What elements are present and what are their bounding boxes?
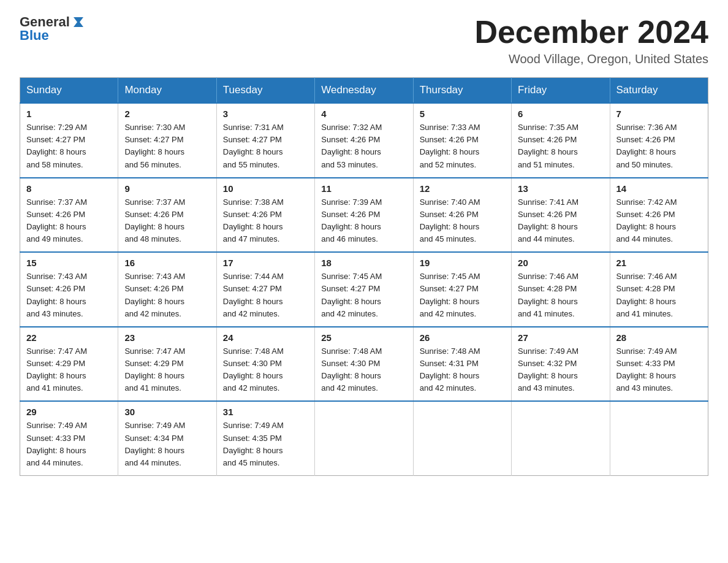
day-number: 18 — [321, 258, 406, 268]
day-number: 19 — [420, 258, 505, 268]
day-of-week-header: Tuesday — [216, 78, 314, 104]
day-number: 7 — [616, 109, 702, 119]
calendar-day-cell: 2 Sunrise: 7:30 AM Sunset: 4:27 PM Dayli… — [118, 103, 216, 178]
day-number: 16 — [124, 258, 210, 268]
day-number: 30 — [124, 407, 210, 417]
day-info: Sunrise: 7:39 AM Sunset: 4:26 PM Dayligh… — [321, 196, 406, 246]
day-info: Sunrise: 7:35 AM Sunset: 4:26 PM Dayligh… — [518, 121, 603, 171]
calendar-day-cell: 28 Sunrise: 7:49 AM Sunset: 4:33 PM Dayl… — [610, 327, 708, 402]
calendar-day-cell: 9 Sunrise: 7:37 AM Sunset: 4:26 PM Dayli… — [118, 178, 216, 253]
day-number: 8 — [26, 183, 112, 194]
calendar-day-cell: 12 Sunrise: 7:40 AM Sunset: 4:26 PM Dayl… — [413, 178, 511, 253]
day-info: Sunrise: 7:29 AM Sunset: 4:27 PM Dayligh… — [26, 121, 112, 171]
day-info: Sunrise: 7:48 AM Sunset: 4:31 PM Dayligh… — [420, 345, 505, 395]
day-of-week-header: Saturday — [610, 78, 708, 104]
calendar-day-cell — [315, 401, 413, 475]
day-number: 2 — [124, 109, 210, 119]
title-area: December 2024 Wood Village, Oregon, Unit… — [474, 15, 708, 66]
day-info: Sunrise: 7:33 AM Sunset: 4:26 PM Dayligh… — [420, 121, 505, 171]
day-number: 24 — [223, 332, 308, 343]
day-number: 12 — [420, 183, 505, 194]
day-number: 17 — [223, 258, 308, 268]
calendar-week-row: 8 Sunrise: 7:37 AM Sunset: 4:26 PM Dayli… — [20, 178, 708, 253]
day-number: 27 — [518, 332, 603, 343]
day-number: 21 — [616, 258, 702, 268]
day-number: 23 — [124, 332, 210, 343]
day-number: 29 — [26, 407, 112, 417]
day-info: Sunrise: 7:40 AM Sunset: 4:26 PM Dayligh… — [420, 196, 505, 246]
day-of-week-header: Friday — [512, 78, 610, 104]
calendar-day-cell: 29 Sunrise: 7:49 AM Sunset: 4:33 PM Dayl… — [20, 401, 118, 475]
day-info: Sunrise: 7:37 AM Sunset: 4:26 PM Dayligh… — [26, 196, 112, 246]
calendar-day-cell: 15 Sunrise: 7:43 AM Sunset: 4:26 PM Dayl… — [20, 252, 118, 327]
day-of-week-header: Thursday — [413, 78, 511, 104]
calendar-day-cell: 23 Sunrise: 7:47 AM Sunset: 4:29 PM Dayl… — [118, 327, 216, 402]
day-number: 1 — [26, 109, 112, 119]
day-number: 13 — [518, 183, 603, 194]
calendar-day-cell: 1 Sunrise: 7:29 AM Sunset: 4:27 PM Dayli… — [20, 103, 118, 178]
calendar-day-cell: 8 Sunrise: 7:37 AM Sunset: 4:26 PM Dayli… — [20, 178, 118, 253]
page-header: General Blue December 2024 Wood Village,… — [20, 15, 708, 66]
calendar-week-row: 29 Sunrise: 7:49 AM Sunset: 4:33 PM Dayl… — [20, 401, 708, 475]
calendar-day-cell: 17 Sunrise: 7:44 AM Sunset: 4:27 PM Dayl… — [216, 252, 314, 327]
day-of-week-header: Wednesday — [315, 78, 413, 104]
day-number: 28 — [616, 332, 702, 343]
day-info: Sunrise: 7:46 AM Sunset: 4:28 PM Dayligh… — [518, 270, 603, 320]
day-info: Sunrise: 7:31 AM Sunset: 4:27 PM Dayligh… — [223, 121, 308, 171]
calendar-table: SundayMondayTuesdayWednesdayThursdayFrid… — [20, 77, 708, 476]
calendar-day-cell: 5 Sunrise: 7:33 AM Sunset: 4:26 PM Dayli… — [413, 103, 511, 178]
calendar-day-cell: 10 Sunrise: 7:38 AM Sunset: 4:26 PM Dayl… — [216, 178, 314, 253]
calendar-day-cell: 11 Sunrise: 7:39 AM Sunset: 4:26 PM Dayl… — [315, 178, 413, 253]
calendar-day-cell — [610, 401, 708, 475]
day-number: 25 — [321, 332, 406, 343]
day-number: 6 — [518, 109, 603, 119]
day-info: Sunrise: 7:41 AM Sunset: 4:26 PM Dayligh… — [518, 196, 603, 246]
calendar-day-cell — [512, 401, 610, 475]
day-number: 3 — [223, 109, 308, 119]
month-title: December 2024 — [474, 15, 708, 50]
calendar-day-cell: 19 Sunrise: 7:45 AM Sunset: 4:27 PM Dayl… — [413, 252, 511, 327]
day-info: Sunrise: 7:45 AM Sunset: 4:27 PM Dayligh… — [321, 270, 406, 320]
calendar-day-cell — [413, 401, 511, 475]
day-info: Sunrise: 7:36 AM Sunset: 4:26 PM Dayligh… — [616, 121, 702, 171]
calendar-day-cell: 21 Sunrise: 7:46 AM Sunset: 4:28 PM Dayl… — [610, 252, 708, 327]
calendar-day-cell: 6 Sunrise: 7:35 AM Sunset: 4:26 PM Dayli… — [512, 103, 610, 178]
day-number: 31 — [223, 407, 308, 417]
logo-blue-text: Blue — [20, 28, 86, 43]
calendar-day-cell: 24 Sunrise: 7:48 AM Sunset: 4:30 PM Dayl… — [216, 327, 314, 402]
calendar-day-cell: 20 Sunrise: 7:46 AM Sunset: 4:28 PM Dayl… — [512, 252, 610, 327]
calendar-day-cell: 16 Sunrise: 7:43 AM Sunset: 4:26 PM Dayl… — [118, 252, 216, 327]
calendar-day-cell: 22 Sunrise: 7:47 AM Sunset: 4:29 PM Dayl… — [20, 327, 118, 402]
day-info: Sunrise: 7:49 AM Sunset: 4:32 PM Dayligh… — [518, 345, 603, 395]
day-number: 15 — [26, 258, 112, 268]
day-info: Sunrise: 7:49 AM Sunset: 4:33 PM Dayligh… — [616, 345, 702, 395]
day-number: 5 — [420, 109, 505, 119]
day-info: Sunrise: 7:38 AM Sunset: 4:26 PM Dayligh… — [223, 196, 308, 246]
day-number: 26 — [420, 332, 505, 343]
day-info: Sunrise: 7:48 AM Sunset: 4:30 PM Dayligh… — [223, 345, 308, 395]
calendar-day-cell: 31 Sunrise: 7:49 AM Sunset: 4:35 PM Dayl… — [216, 401, 314, 475]
day-info: Sunrise: 7:42 AM Sunset: 4:26 PM Dayligh… — [616, 196, 702, 246]
day-info: Sunrise: 7:48 AM Sunset: 4:30 PM Dayligh… — [321, 345, 406, 395]
calendar-day-cell: 25 Sunrise: 7:48 AM Sunset: 4:30 PM Dayl… — [315, 327, 413, 402]
calendar-day-cell: 18 Sunrise: 7:45 AM Sunset: 4:27 PM Dayl… — [315, 252, 413, 327]
day-number: 22 — [26, 332, 112, 343]
calendar-day-cell: 26 Sunrise: 7:48 AM Sunset: 4:31 PM Dayl… — [413, 327, 511, 402]
day-of-week-header: Sunday — [20, 78, 118, 104]
day-number: 14 — [616, 183, 702, 194]
logo: General Blue — [20, 15, 86, 43]
calendar-week-row: 1 Sunrise: 7:29 AM Sunset: 4:27 PM Dayli… — [20, 103, 708, 178]
day-number: 20 — [518, 258, 603, 268]
day-info: Sunrise: 7:45 AM Sunset: 4:27 PM Dayligh… — [420, 270, 505, 320]
day-info: Sunrise: 7:49 AM Sunset: 4:33 PM Dayligh… — [26, 419, 112, 469]
location-subtitle: Wood Village, Oregon, United States — [474, 52, 708, 66]
day-number: 9 — [124, 183, 210, 194]
day-info: Sunrise: 7:30 AM Sunset: 4:27 PM Dayligh… — [124, 121, 210, 171]
logo-flag-icon — [71, 15, 86, 29]
calendar-week-row: 22 Sunrise: 7:47 AM Sunset: 4:29 PM Dayl… — [20, 327, 708, 402]
calendar-day-cell: 3 Sunrise: 7:31 AM Sunset: 4:27 PM Dayli… — [216, 103, 314, 178]
calendar-day-cell: 4 Sunrise: 7:32 AM Sunset: 4:26 PM Dayli… — [315, 103, 413, 178]
day-number: 4 — [321, 109, 406, 119]
day-info: Sunrise: 7:46 AM Sunset: 4:28 PM Dayligh… — [616, 270, 702, 320]
calendar-day-cell: 14 Sunrise: 7:42 AM Sunset: 4:26 PM Dayl… — [610, 178, 708, 253]
